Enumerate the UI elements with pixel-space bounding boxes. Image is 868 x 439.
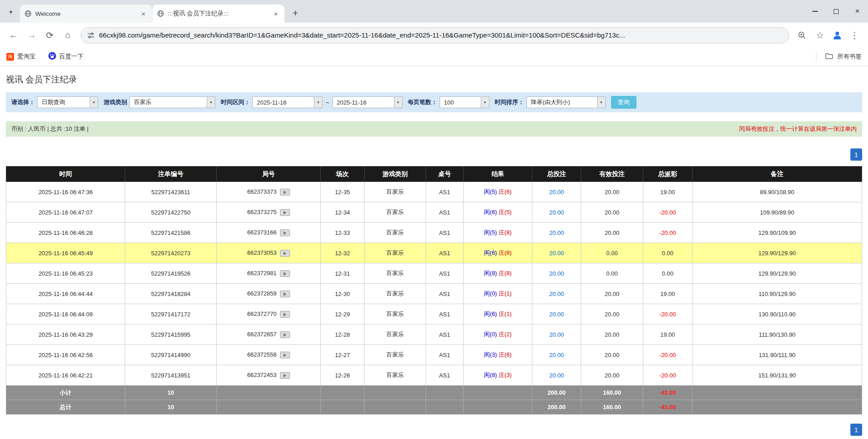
date-end-select[interactable]: 2025-11-16 ▾ (332, 96, 403, 108)
total-payout: -43.00 (643, 400, 693, 415)
table-body: 2025-11-16 06:47:36522971423611662373373… (6, 182, 862, 386)
game-type-cell: 百家乐 (365, 223, 426, 243)
valid-bet-cell: 20.00 (581, 304, 643, 324)
chevron-down-icon: ▾ (314, 97, 322, 108)
date-end-value: 2025-11-16 (333, 97, 394, 108)
tab-search-button[interactable]: ▾ (5, 5, 17, 18)
bet-id-cell: 522971420273 (125, 243, 217, 263)
bookmark-star-button[interactable]: ☆ (811, 26, 829, 44)
bet-row: 2025-11-16 06:46:28522971421586662373166… (6, 223, 862, 243)
payout-cell: -20.00 (643, 202, 693, 223)
replay-icon[interactable] (280, 250, 290, 257)
table-no-cell: AS1 (426, 324, 464, 345)
round-id-cell: 662372859 (217, 284, 321, 304)
sort-select[interactable]: 降幂(由大到小) ▾ (526, 96, 606, 108)
total-bet-cell: 20.00 (532, 263, 581, 284)
date-start-select[interactable]: 2025-11-16 ▾ (252, 96, 323, 108)
page-1-button[interactable]: 1 (850, 424, 862, 436)
search-button[interactable]: 查询 (611, 96, 636, 109)
total-bet-cell: 20.00 (532, 324, 581, 345)
bet-id-cell: 522971418284 (125, 284, 217, 304)
address-bar[interactable]: 66cxkj98.com/game/betrecord_search/kind3… (81, 27, 789, 43)
profile-button[interactable] (829, 27, 845, 43)
chevron-down-icon: ▾ (9, 9, 13, 15)
taobao-icon: 淘 (6, 53, 14, 61)
all-bookmarks-button[interactable]: 所有书签 (816, 52, 862, 62)
browser-toolbar: ← → ⟳ ⌂ 66cxkj98.com/game/betrecord_sear… (0, 23, 868, 48)
column-header: 桌号 (426, 167, 464, 182)
home-button[interactable]: ⌂ (59, 26, 77, 44)
note-cell: 89.90/108.90 (693, 182, 862, 202)
bet-time-cell: 2025-11-16 06:45:23 (6, 263, 125, 284)
valid-bet-cell: 20.00 (581, 284, 643, 304)
total-bet-link[interactable]: 20.00 (549, 331, 564, 338)
bet-row: 2025-11-16 06:45:23522971419526662372981… (6, 263, 862, 284)
valid-bet-cell: 0.00 (581, 263, 643, 284)
valid-bet-cell: 0.00 (581, 243, 643, 263)
query-type-select[interactable]: 日期查询 ▾ (37, 96, 98, 108)
replay-icon[interactable] (280, 331, 290, 338)
total-label: 总计 (6, 400, 125, 415)
browser-tab-welcome[interactable]: Welcome × (20, 5, 152, 23)
bookmark-baidu[interactable]: 百度一下 (48, 52, 84, 61)
payout-cell: -20.00 (643, 365, 693, 386)
replay-icon[interactable] (280, 352, 290, 358)
replay-icon[interactable] (280, 209, 290, 216)
back-button[interactable]: ← (5, 26, 23, 44)
bet-time-cell: 2025-11-16 06:47:36 (6, 182, 125, 202)
zoom-button[interactable] (793, 26, 811, 44)
forward-button[interactable]: → (23, 26, 41, 44)
per-page-select[interactable]: 100 ▾ (440, 96, 489, 108)
close-button[interactable]: × (847, 0, 868, 23)
total-bet-link[interactable]: 20.00 (549, 352, 564, 358)
total-bet-link[interactable]: 20.00 (549, 291, 564, 297)
round-id-cell: 662372657 (217, 324, 321, 345)
new-tab-button[interactable]: + (289, 6, 302, 20)
page-1-button[interactable]: 1 (850, 148, 862, 161)
replay-icon[interactable] (280, 270, 290, 277)
game-type-cell: 百家乐 (365, 284, 426, 304)
bet-time-cell: 2025-11-16 06:42:21 (6, 365, 125, 386)
empty-cell (426, 386, 464, 400)
query-type-label: 请选择： (11, 98, 35, 106)
baidu-icon (48, 52, 56, 61)
site-info-icon[interactable] (87, 32, 95, 39)
table-no-cell: AS1 (426, 223, 464, 243)
sort-label: 时间排序： (495, 98, 524, 106)
total-bet-link[interactable]: 20.00 (549, 270, 564, 277)
bookmark-taobao[interactable]: 淘 爱淘宝 (6, 52, 36, 61)
column-header: 总派彩 (643, 167, 693, 182)
maximize-button[interactable] (825, 0, 847, 23)
summary-text: 币别 : 人民币 | 总共 :10 注单 | (11, 125, 89, 133)
total-bet-link[interactable]: 20.00 (549, 189, 564, 196)
minimize-button[interactable] (804, 0, 825, 23)
total-bet-link[interactable]: 20.00 (549, 250, 564, 257)
browser-menu-button[interactable]: ⋮ (845, 26, 863, 44)
round-id-text: 662373373 (247, 188, 276, 195)
round-id-cell: 662372981 (217, 263, 321, 284)
replay-icon[interactable] (280, 229, 290, 236)
replay-icon[interactable] (280, 291, 290, 297)
session-cell: 12-28 (321, 324, 365, 345)
browser-tab-betrecord[interactable]: :::视讯 会员下注纪录::: × (152, 5, 285, 23)
total-bet-link[interactable]: 20.00 (549, 372, 564, 379)
game-type-select[interactable]: 百家乐 ▾ (129, 96, 215, 108)
bet-row: 2025-11-16 06:42:21522971413951662372453… (6, 365, 862, 386)
browser-window: ▾ Welcome × :::视讯 会员下注纪录::: × + × ← → ⟳ … (0, 0, 868, 439)
replay-icon[interactable] (280, 189, 290, 196)
total-bet-link[interactable]: 20.00 (549, 311, 564, 318)
tab-close-icon[interactable]: × (272, 10, 280, 18)
session-cell: 12-31 (321, 263, 365, 284)
payout-cell: -20.00 (643, 304, 693, 324)
replay-icon[interactable] (280, 372, 290, 379)
page-title: 视讯 会员下注纪录 (6, 74, 862, 86)
bet-time-cell: 2025-11-16 06:43:29 (6, 324, 125, 345)
total-bet-link[interactable]: 20.00 (549, 209, 564, 216)
tab-close-icon[interactable]: × (139, 10, 147, 18)
chevron-down-icon: ▾ (90, 97, 98, 108)
date-range-label: 时间区间： (221, 98, 250, 106)
result-cell: 闲(6) 庄(6) (464, 243, 532, 263)
replay-icon[interactable] (280, 311, 290, 318)
refresh-button[interactable]: ⟳ (41, 26, 59, 44)
total-bet-link[interactable]: 20.00 (549, 229, 564, 236)
